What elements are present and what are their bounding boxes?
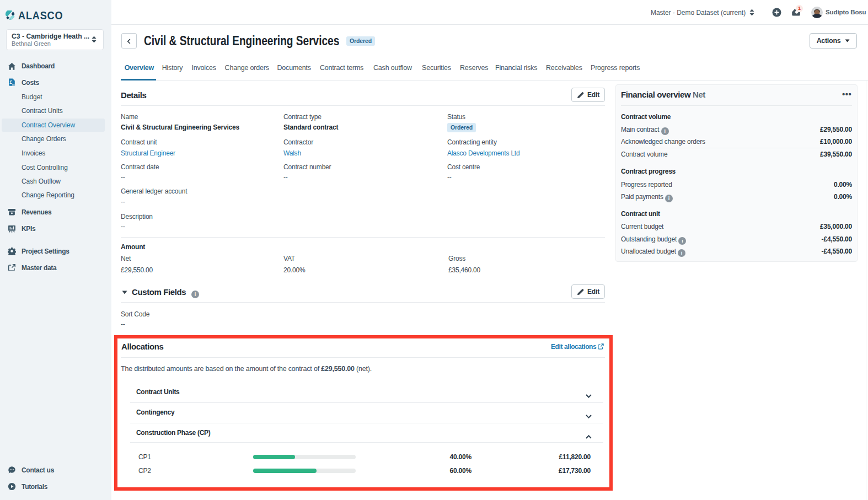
svg-text:£: £ [10,79,13,85]
